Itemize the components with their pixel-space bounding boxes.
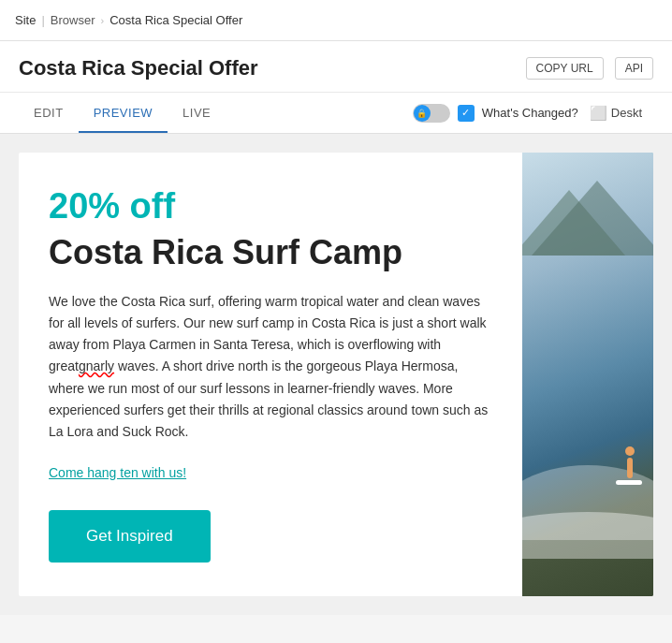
- mountains: [522, 181, 653, 256]
- whats-changed-label: What's Changed?: [482, 106, 578, 120]
- api-button[interactable]: API: [615, 57, 653, 80]
- top-nav: Site | Browser › Costa Rica Special Offe…: [0, 0, 672, 41]
- surfer-body: [627, 458, 633, 478]
- mountain2: [532, 181, 653, 256]
- promo-title: Costa Rica Surf Camp: [49, 232, 492, 272]
- toggle-thumb: 🔒: [414, 105, 431, 122]
- card-left: 20% off Costa Rica Surf Camp We love the…: [19, 153, 522, 596]
- tabs-right-controls: 🔒 ✓ What's Changed?: [413, 104, 578, 123]
- surfer-figure: [616, 446, 644, 493]
- preview-toggle[interactable]: 🔒: [413, 104, 450, 123]
- wave2: [522, 512, 653, 559]
- tabs-bar: EDIT PREVIEW LIVE 🔒 ✓ What's Changed? ⬜ …: [0, 93, 672, 134]
- site-link[interactable]: Site: [15, 13, 36, 27]
- get-inspired-button[interactable]: Get Inspired: [49, 510, 211, 563]
- promo-body: We love the Costa Rica surf, offering wa…: [49, 291, 492, 443]
- page-title: Costa Rica Special Offer: [19, 56, 515, 80]
- copy-url-button[interactable]: COPY URL: [526, 57, 604, 80]
- misspelled-word: gnarly: [79, 358, 114, 373]
- page-header: Costa Rica Special Offer COPY URL API: [0, 41, 672, 93]
- nav-separator-1: |: [41, 13, 44, 27]
- tab-live[interactable]: LIVE: [168, 93, 226, 133]
- desktop-icon: ⬜: [590, 105, 607, 122]
- whats-changed-checkbox[interactable]: ✓: [458, 105, 475, 122]
- surfer-head: [625, 446, 635, 456]
- breadcrumb-chevron: ›: [100, 15, 104, 26]
- surfer-board: [616, 480, 642, 485]
- promo-link[interactable]: Come hang ten with us!: [49, 465, 492, 480]
- breadcrumb-page: Costa Rica Special Offer: [110, 13, 242, 27]
- promo-percent: 20% off: [49, 186, 492, 227]
- preview-area: 20% off Costa Rica Surf Camp We love the…: [0, 134, 672, 615]
- card-right-image: [522, 153, 653, 596]
- tab-preview[interactable]: PREVIEW: [79, 93, 168, 133]
- browser-link[interactable]: Browser: [51, 13, 95, 27]
- content-card: 20% off Costa Rica Surf Camp We love the…: [19, 153, 653, 596]
- desktop-label: Deskt: [611, 106, 642, 120]
- promo-body-text2: waves. A short drive north is the gorgeo…: [49, 358, 488, 438]
- desktop-button[interactable]: ⬜ Deskt: [578, 97, 653, 129]
- lock-icon: 🔒: [416, 109, 427, 118]
- tab-edit[interactable]: EDIT: [19, 93, 79, 133]
